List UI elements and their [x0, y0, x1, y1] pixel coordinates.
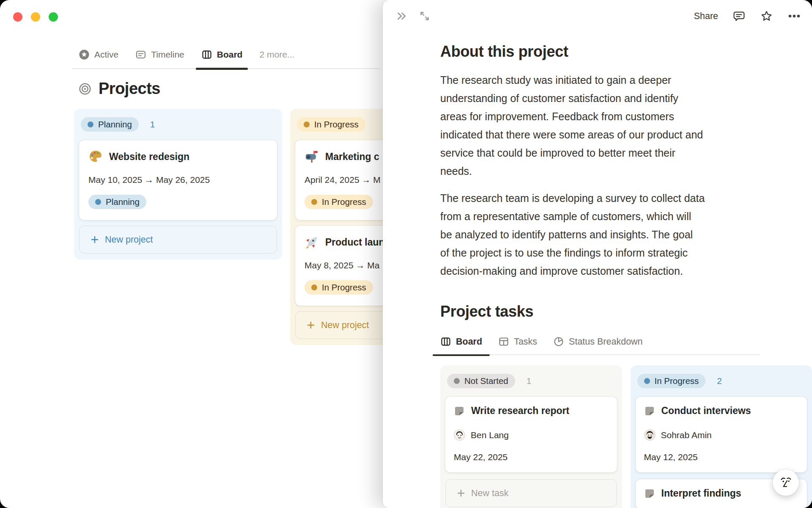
favorite-star-icon[interactable]: [760, 10, 773, 23]
tasks-board: Not Started 1 Write research report: [440, 365, 812, 508]
status-tag-label: In Progress: [322, 197, 366, 207]
assignee-name: Sohrab Amin: [661, 430, 712, 440]
task-view-tab-bar: Board Tasks Status Breakdown: [440, 336, 760, 355]
task-tab-tasks[interactable]: Tasks: [498, 336, 537, 347]
zoom-window-button[interactable]: [49, 12, 58, 22]
project-card-title: Product laun: [325, 237, 385, 248]
tab-active-view[interactable]: Active: [79, 49, 118, 60]
note-icon: [644, 406, 655, 417]
timeline-icon: [135, 49, 146, 60]
share-button[interactable]: Share: [694, 11, 718, 22]
task-card-conduct-interviews[interactable]: Conduct interviews Sohrab Amin May 12, 2…: [636, 397, 807, 472]
task-card-write-research-report[interactable]: Write research report Ben Lang May 22, 2…: [445, 397, 617, 472]
star-circle-icon: [79, 49, 90, 60]
project-card-status-tag: In Progress: [304, 195, 373, 209]
plus-icon: [307, 321, 315, 329]
note-icon: [454, 406, 465, 417]
about-paragraph-2: The research team is developing a survey…: [440, 189, 760, 280]
tab-label: Active: [94, 50, 118, 60]
column-count: 2: [717, 376, 722, 386]
tab-label: Board: [217, 50, 243, 60]
side-peek-panel: Share About this project The research st…: [383, 0, 812, 508]
project-card-dates: May 10, 2025 → May 26, 2025: [88, 175, 268, 185]
minimize-window-button[interactable]: [31, 12, 40, 22]
new-task-button[interactable]: New task: [445, 479, 617, 507]
target-icon: [79, 83, 91, 95]
tab-label: Tasks: [514, 337, 537, 347]
status-dot: [644, 378, 650, 384]
status-pill-not-started[interactable]: Not Started: [447, 374, 515, 388]
status-pill-label: In Progress: [655, 376, 699, 386]
column-count: 1: [527, 376, 532, 386]
note-icon: [644, 488, 655, 499]
board-column-planning: Planning 1 Website redesign May 10, 2025…: [74, 109, 282, 260]
status-pill-in-progress[interactable]: In Progress: [297, 117, 365, 132]
status-pill-label: Planning: [98, 119, 132, 130]
status-pill-label: Not Started: [464, 376, 508, 386]
project-card-title: Website redesign: [109, 151, 189, 163]
notion-ai-face-button[interactable]: [773, 469, 799, 496]
task-column-not-started: Not Started 1 Write research report: [440, 365, 622, 508]
status-pill-in-progress[interactable]: In Progress: [637, 374, 706, 388]
rocket-icon: [304, 235, 319, 249]
new-project-label: New project: [105, 235, 153, 245]
page-title-row: Projects: [79, 80, 160, 98]
status-dot: [311, 199, 317, 205]
board-icon: [201, 49, 212, 60]
status-dot: [454, 378, 460, 384]
assignee-row: Ben Lang: [454, 429, 609, 441]
column-count: 1: [150, 119, 155, 130]
status-tag-label: In Progress: [322, 282, 366, 293]
status-dot: [95, 199, 101, 205]
ai-face-icon: [778, 475, 793, 490]
project-card-status-tag: Planning: [88, 195, 146, 209]
new-project-label: New project: [321, 320, 369, 331]
about-heading: About this project: [440, 42, 760, 61]
project-card-status-tag: In Progress: [304, 280, 373, 295]
status-tag-label: Planning: [106, 197, 140, 207]
tab-label: 2 more...: [259, 50, 294, 60]
palette-icon: [88, 149, 103, 164]
column-header: In Progress 2: [636, 370, 807, 388]
avatar-ben-lang: [454, 429, 465, 441]
view-tab-bar: Active Timeline Board 2 more...: [72, 49, 380, 69]
tab-label: Timeline: [151, 50, 184, 60]
column-header: Not Started 1: [445, 370, 617, 388]
tab-board-view[interactable]: Board: [201, 49, 243, 60]
panel-toolbar: Share: [383, 0, 812, 23]
close-peek-chevrons-icon[interactable]: [395, 10, 408, 22]
new-task-label: New task: [471, 488, 508, 499]
task-due-date: May 22, 2025: [454, 452, 609, 462]
avatar-sohrab-amin: [644, 429, 656, 441]
tab-more-views[interactable]: 2 more...: [259, 49, 294, 60]
task-tab-board[interactable]: Board: [440, 336, 482, 347]
comments-icon[interactable]: [732, 10, 746, 23]
mailbox-icon: [304, 149, 319, 164]
plus-icon: [457, 489, 465, 497]
close-window-button[interactable]: [13, 12, 22, 22]
window-controls: [13, 12, 58, 22]
expand-page-icon[interactable]: [418, 10, 431, 22]
status-dot: [88, 121, 93, 127]
tab-timeline-view[interactable]: Timeline: [135, 49, 184, 60]
status-dot: [311, 284, 317, 290]
project-card-title: Marketing c: [325, 151, 379, 163]
board-icon: [440, 336, 451, 347]
more-options-icon[interactable]: [787, 10, 801, 22]
notion-window: Active Timeline Board 2 more... Projects: [0, 0, 812, 508]
task-tab-status-breakdown[interactable]: Status Breakdown: [553, 336, 643, 347]
plus-icon: [91, 235, 99, 244]
column-header: Planning 1: [79, 114, 277, 132]
task-card-title: Write research report: [471, 405, 569, 417]
about-paragraph-1: The research study was initiated to gain…: [440, 71, 760, 180]
task-card-title: Interpret findings: [661, 488, 741, 499]
status-dot: [304, 121, 310, 127]
task-due-date: May 12, 2025: [644, 452, 799, 462]
project-card-website-redesign[interactable]: Website redesign May 10, 2025 → May 26, …: [79, 140, 277, 220]
new-project-button[interactable]: New project: [79, 226, 277, 254]
tab-label: Board: [456, 337, 482, 347]
project-tasks-heading: Project tasks: [440, 302, 760, 321]
status-pill-label: In Progress: [314, 119, 359, 130]
assignee-name: Ben Lang: [471, 430, 509, 440]
status-pill-planning[interactable]: Planning: [81, 117, 139, 132]
